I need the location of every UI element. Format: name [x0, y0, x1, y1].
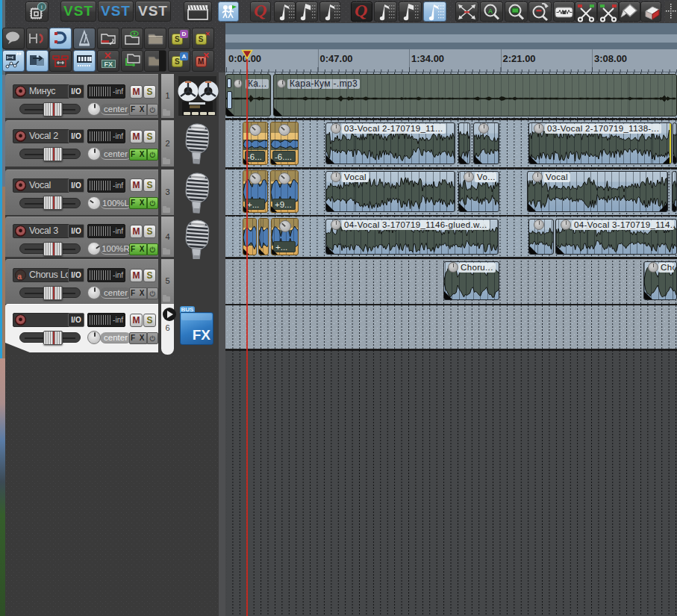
svg-text:i: i	[41, 4, 43, 10]
svg-text:A: A	[488, 7, 493, 15]
